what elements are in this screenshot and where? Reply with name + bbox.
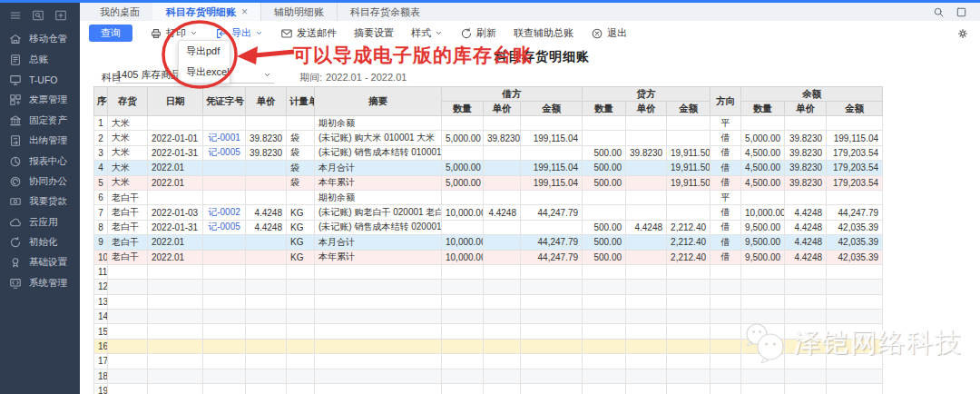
toolbar-button-label: 导出: [231, 26, 251, 40]
table-cell: 4.4248: [785, 235, 827, 250]
sidebar-item-mobile-warehouse[interactable]: 移动仓管: [0, 29, 80, 49]
table-cell: [246, 235, 287, 250]
table-cell: 4,500.00: [741, 175, 785, 190]
table-cell: [203, 339, 246, 353]
table-cell: [484, 235, 521, 250]
sidebar-item-system-management[interactable]: 系统管理: [0, 273, 80, 293]
column-header: 贷方: [583, 87, 710, 102]
sidebar-item-invoice-management[interactable]: 发票管理: [0, 90, 80, 110]
table-cell: [442, 294, 484, 309]
column-header: 余额: [741, 87, 883, 102]
table-cell: [203, 175, 246, 190]
watermark: 泽铠网络科技: [740, 321, 963, 365]
export-menu-item-excel[interactable]: 导出excel: [179, 62, 230, 83]
table-cell: [203, 280, 246, 294]
table-cell: [785, 384, 827, 394]
table-cell: [626, 250, 667, 264]
sidebar-item-cashier-management[interactable]: 出纳管理: [0, 131, 80, 151]
hamburger-icon[interactable]: [9, 9, 22, 22]
table-cell: 5,000.00: [442, 131, 484, 145]
table-cell: [108, 294, 148, 309]
table-cell: 袋: [287, 145, 315, 160]
table-cell: [108, 310, 148, 324]
sidebar-item-loan[interactable]: 我要贷款: [0, 192, 80, 212]
table-cell: [667, 324, 710, 339]
period-value: 2022.01 - 2022.01: [326, 72, 407, 83]
table-cell: 4: [94, 161, 108, 175]
send-mail-button[interactable]: 发送邮件: [280, 26, 337, 40]
table-cell: [246, 354, 287, 369]
exit-button[interactable]: 退出: [591, 26, 627, 40]
window-new-icon[interactable]: [54, 9, 67, 22]
table-cell: [203, 116, 246, 131]
refresh-icon: [460, 27, 473, 40]
table-cell: [246, 264, 287, 279]
tab-subject-inventory-detail[interactable]: 科目存货明细账×: [152, 3, 260, 21]
table-cell: [741, 294, 785, 309]
table-row: 13: [94, 294, 883, 309]
sidebar-item-report-center[interactable]: 报表中心: [0, 151, 80, 171]
table-cell: 4,500.00: [741, 145, 785, 160]
table-cell: 2,212.40: [667, 235, 710, 250]
table-cell: 15: [94, 324, 108, 339]
sidebar-item-general-ledger[interactable]: 总账: [0, 49, 80, 69]
table-cell: 记-0005: [203, 220, 246, 234]
table-row: 1大米期初余额平: [94, 116, 883, 131]
search-icon[interactable]: [933, 6, 945, 18]
pie-chart-icon: [9, 155, 22, 168]
table-cell: 179,203.54: [827, 161, 883, 175]
table-cell: [108, 339, 148, 353]
column-subheader: 数量: [741, 102, 785, 116]
sidebar-item-fixed-assets[interactable]: 固定资产: [0, 111, 80, 131]
sidebar-item-t-ufo[interactable]: T-UFO: [0, 70, 80, 90]
sidebar-item-initialization[interactable]: 初始化: [0, 232, 80, 252]
column-header: 凭证字号: [203, 87, 246, 116]
tab-my-desktop[interactable]: 我的桌面: [87, 3, 152, 21]
style-button[interactable]: 样式: [411, 26, 443, 40]
export-button[interactable]: 导出: [215, 26, 263, 40]
sidebar-item-basic-settings[interactable]: 基础设置: [0, 252, 80, 272]
voucher-link[interactable]: 记-0002: [208, 207, 240, 217]
voucher-link[interactable]: 记-0001: [208, 133, 240, 143]
print-button[interactable]: 打印: [150, 26, 198, 40]
table-cell: [521, 369, 583, 383]
table-cell: [108, 369, 148, 383]
gear-icon[interactable]: [956, 27, 969, 40]
table-cell: [521, 294, 583, 309]
table-cell: 2022.01: [148, 250, 203, 264]
table-cell: 2: [94, 131, 108, 145]
table-cell: [521, 264, 583, 279]
table-cell: [484, 369, 521, 383]
table-cell: 本年累计: [315, 250, 442, 264]
table-cell: [667, 339, 710, 353]
voucher-link[interactable]: 记-0005: [208, 222, 240, 231]
sidebar-item-cloud-apps[interactable]: 云应用: [0, 212, 80, 232]
table-cell: [667, 280, 710, 294]
close-icon[interactable]: ×: [241, 6, 248, 17]
table-cell: 4.4248: [246, 205, 287, 220]
table-cell: [484, 294, 521, 309]
window-search-icon[interactable]: [32, 9, 44, 22]
export-menu-item-pdf[interactable]: 导出pdf: [179, 41, 230, 62]
table-cell: [667, 369, 710, 383]
summary-settings-button[interactable]: 摘要设置: [354, 26, 394, 40]
table-cell: [246, 310, 287, 324]
tab-auxiliary-detail[interactable]: 辅助明细账: [260, 3, 337, 21]
table-cell: 18: [94, 369, 108, 383]
voucher-link[interactable]: 记-0005: [208, 147, 240, 157]
table-cell: 17: [94, 354, 108, 369]
toolbar-button-label: 查询: [101, 26, 121, 40]
table-cell: 大米: [108, 131, 148, 145]
tab-bar: 我的桌面科目存货明细账×辅助明细账科目存货余额表: [80, 3, 980, 21]
fullscreen-icon[interactable]: [956, 6, 967, 18]
table-cell: 10,000.00: [442, 250, 484, 264]
tab-subject-inventory-balance[interactable]: 科目存货余额表: [337, 3, 433, 21]
linked-auxiliary-ledger-button[interactable]: 联查辅助总账: [514, 26, 573, 40]
table-cell: 44,247.79: [521, 205, 583, 220]
refresh-button[interactable]: 刷新: [460, 26, 496, 40]
query-button[interactable]: 查询: [89, 25, 132, 42]
table-cell: 老白干: [108, 205, 148, 220]
table-cell: [484, 310, 521, 324]
toolbar-button-label: 发送邮件: [297, 26, 337, 40]
sidebar-item-collaboration-office[interactable]: 协同办公: [0, 172, 80, 192]
